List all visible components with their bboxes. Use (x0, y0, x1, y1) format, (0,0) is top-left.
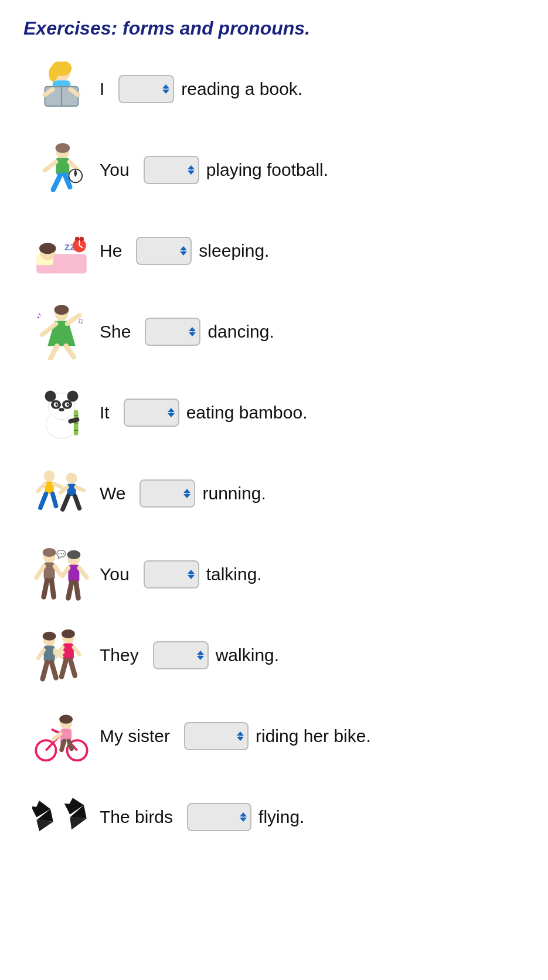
sentence-part-4: Sheamisaredancing. (100, 318, 525, 346)
verb-select-4[interactable]: amisare (145, 318, 200, 346)
svg-line-90 (43, 662, 47, 679)
girl-reading-icon (23, 57, 100, 121)
verb-select-5[interactable]: amisare (124, 399, 179, 427)
select-wrapper-9[interactable]: amisare (184, 722, 249, 750)
exercise-row-6: Weamisarerunning. (23, 461, 525, 526)
pronoun-5: It (100, 403, 110, 423)
svg-line-56 (54, 484, 62, 487)
svg-line-69 (52, 580, 54, 597)
svg-marker-108 (36, 820, 53, 831)
svg-point-79 (62, 629, 75, 638)
select-wrapper-5[interactable]: amisare (124, 399, 179, 427)
panda-icon (23, 380, 100, 445)
svg-text:♫: ♫ (77, 316, 84, 325)
svg-line-105 (62, 741, 64, 750)
svg-point-38 (67, 390, 79, 401)
svg-line-55 (38, 484, 45, 491)
svg-line-62 (76, 487, 84, 491)
pronoun-7: You (100, 564, 130, 584)
svg-line-11 (53, 175, 60, 190)
svg-line-53 (40, 494, 46, 508)
svg-line-66 (36, 566, 43, 577)
pronoun-1: I (100, 79, 104, 99)
verb-phrase-3: sleeping. (199, 241, 269, 261)
sentence-part-9: My sisteramisareriding her bike. (100, 722, 525, 750)
exercise-row-5: Itamisareeating bamboo. (23, 380, 525, 445)
exercise-row-4: ♪ ♫ Sheamisaredancing. (23, 300, 525, 364)
sentence-part-6: Weamisarerunning. (100, 479, 525, 508)
svg-line-92 (55, 652, 63, 652)
svg-line-68 (44, 580, 47, 597)
svg-point-25 (79, 236, 84, 241)
svg-line-84 (70, 660, 75, 676)
exercise-row-3: zzz Heamisaresleeping. (23, 219, 525, 283)
svg-line-59 (63, 496, 69, 509)
svg-line-75 (68, 582, 72, 598)
sentence-part-5: Itamisareeating bamboo. (100, 399, 525, 427)
svg-line-91 (52, 662, 56, 678)
people-talking-icon: 💬 (23, 542, 100, 607)
svg-line-82 (74, 647, 79, 654)
svg-point-51 (44, 470, 55, 481)
pronoun-10: The birds (100, 807, 173, 827)
girl-dancing-icon: ♪ ♫ (23, 300, 100, 364)
svg-line-104 (54, 733, 60, 739)
exercises-container: Iamisarereading a book. Youamisareplayin… (23, 57, 525, 849)
svg-point-24 (75, 236, 80, 241)
select-wrapper-1[interactable]: amisare (118, 75, 174, 103)
verb-select-9[interactable]: amisare (184, 722, 249, 750)
exercise-row-8: Theyamisarewalking. (23, 623, 525, 688)
exercise-row-9: My sisteramisareriding her bike. (23, 704, 525, 768)
svg-line-99 (52, 729, 58, 733)
svg-point-71 (67, 550, 81, 559)
verb-select-8[interactable]: amisare (153, 641, 209, 669)
select-wrapper-7[interactable]: amisare (144, 560, 199, 588)
select-wrapper-4[interactable]: amisare (145, 318, 200, 346)
select-wrapper-3[interactable]: amisare (136, 237, 192, 265)
svg-line-14 (69, 162, 77, 169)
svg-point-44 (67, 403, 69, 406)
verb-phrase-4: dancing. (207, 322, 274, 342)
svg-line-88 (38, 650, 44, 658)
verb-select-10[interactable]: amisare (187, 803, 251, 831)
svg-line-73 (63, 568, 69, 576)
verb-phrase-6: running. (202, 484, 266, 503)
svg-rect-9 (56, 158, 70, 175)
svg-point-86 (43, 631, 56, 640)
svg-text:💬: 💬 (56, 549, 66, 559)
pronoun-2: You (100, 160, 130, 180)
svg-rect-87 (44, 645, 55, 662)
verb-select-7[interactable]: amisare (144, 560, 199, 588)
select-wrapper-2[interactable]: amisare (144, 156, 199, 184)
boy-football-icon (23, 138, 100, 202)
people-running-icon (23, 461, 100, 526)
select-wrapper-10[interactable]: amisare (187, 803, 251, 831)
svg-text:♪: ♪ (36, 309, 42, 320)
pronoun-3: He (100, 241, 122, 261)
people-walking-icon (23, 623, 100, 688)
svg-line-60 (75, 496, 80, 508)
verb-phrase-9: riding her bike. (256, 726, 371, 746)
select-wrapper-8[interactable]: amisare (153, 641, 209, 669)
birds-flying-icon (23, 785, 100, 849)
svg-line-76 (76, 582, 79, 598)
sentence-part-7: Youamisaretalking. (100, 560, 525, 588)
svg-point-10 (56, 142, 70, 152)
pronoun-4: She (100, 322, 131, 342)
pronoun-8: They (100, 645, 139, 665)
verb-select-1[interactable]: amisare (118, 75, 174, 103)
svg-line-13 (45, 162, 56, 170)
svg-point-45 (59, 407, 64, 411)
sentence-part-10: The birdsamisareflying. (100, 803, 525, 831)
sentence-part-3: Heamisaresleeping. (100, 237, 525, 265)
verb-select-6[interactable]: amisare (139, 479, 195, 508)
select-wrapper-6[interactable]: amisare (139, 479, 195, 508)
verb-select-3[interactable]: amisare (136, 237, 192, 265)
verb-select-2[interactable]: amisare (144, 156, 199, 184)
svg-line-74 (79, 568, 86, 577)
svg-line-83 (62, 660, 66, 677)
pronoun-9: My sister (100, 726, 170, 746)
pronoun-6: We (100, 484, 125, 503)
exercise-row-2: Youamisareplaying football. (23, 138, 525, 202)
svg-point-3 (49, 66, 57, 81)
